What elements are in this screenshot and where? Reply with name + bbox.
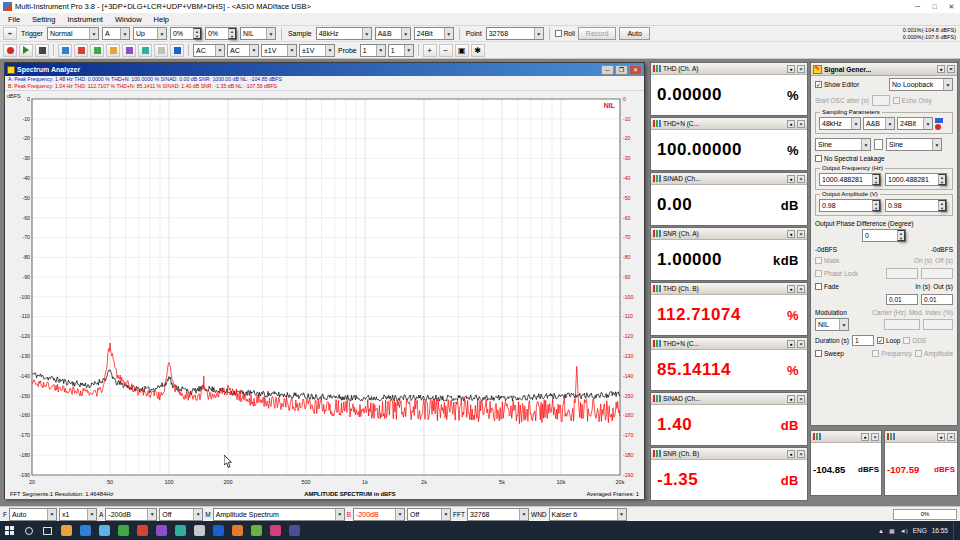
taskbar-app-icon-9[interactable] <box>209 521 228 540</box>
data-logger-icon[interactable] <box>138 44 152 57</box>
settings-icon[interactable]: ✱ <box>471 44 485 57</box>
spectrum-plot[interactable]: 00-10-10-20-20-30-30-40-40-50-50-60-60-7… <box>5 91 644 489</box>
network-icon[interactable]: ▦ <box>889 527 895 534</box>
clock[interactable]: 16:55 <box>932 527 948 534</box>
language-indicator[interactable]: ENG <box>913 527 927 534</box>
menu-instrument[interactable]: Instrument <box>61 14 108 25</box>
close-icon[interactable]: × <box>947 433 955 441</box>
fft-size-select[interactable]: 32768▼ <box>467 508 529 521</box>
close-icon[interactable]: × <box>797 285 805 293</box>
pin-icon[interactable]: ● <box>787 395 795 403</box>
start-button[interactable] <box>0 521 19 540</box>
frequency-b-stepper[interactable]: 1000.488281▲▼ <box>885 173 947 186</box>
show-desktop-button[interactable] <box>953 521 956 540</box>
meter-titlebar[interactable]: SNR (Ch. B)●× <box>651 448 807 460</box>
close-icon[interactable]: × <box>797 395 805 403</box>
menu-help[interactable]: Help <box>148 14 175 25</box>
trigger-edge-select[interactable]: Up▼ <box>133 27 167 40</box>
mask-off-input[interactable] <box>921 268 953 279</box>
save-icon[interactable] <box>935 118 943 123</box>
search-icon[interactable] <box>19 521 38 540</box>
fade-checkbox[interactable]: Fade <box>815 283 839 290</box>
stop-icon[interactable] <box>35 44 49 57</box>
pin-icon[interactable]: ● <box>787 120 795 128</box>
device-test-plan-icon[interactable] <box>170 44 184 57</box>
record-icon[interactable] <box>3 44 17 57</box>
close-icon[interactable]: × <box>797 175 805 183</box>
amplitude-b-stepper[interactable]: 0.98▲▼ <box>885 199 947 212</box>
loopback-select[interactable]: No Loopback▼ <box>889 78 953 91</box>
frequency-mode-select[interactable]: Auto▼ <box>9 508 57 521</box>
mask-on-input[interactable] <box>886 268 918 279</box>
wave-link-button[interactable] <box>874 139 883 150</box>
tray-chevron-icon[interactable]: ▲ <box>878 528 884 534</box>
pin-icon[interactable]: ● <box>937 433 945 441</box>
taskbar-app-icon-10[interactable] <box>228 521 247 540</box>
taskbar-app-icon-2[interactable] <box>76 521 95 540</box>
pin-icon[interactable]: ● <box>787 340 795 348</box>
close-icon[interactable]: × <box>797 65 805 73</box>
start-osc-input[interactable] <box>872 95 890 106</box>
zoom-select[interactable]: x1▼ <box>59 508 97 521</box>
pin-icon[interactable]: ● <box>787 285 795 293</box>
sweep-frequency-checkbox[interactable]: Frequency <box>872 350 912 357</box>
pin-icon[interactable]: ● <box>787 175 795 183</box>
menu-setting[interactable]: Setting <box>26 14 61 25</box>
fade-out-input[interactable]: 0.01 <box>921 294 953 305</box>
signal-generator-icon[interactable] <box>106 44 120 57</box>
pin-icon[interactable]: ● <box>787 450 795 458</box>
sweep-checkbox[interactable]: Sweep <box>815 350 844 357</box>
taskbar-app-icon-5[interactable] <box>133 521 152 540</box>
meter-titlebar[interactable]: THD+N (C...●× <box>651 338 807 350</box>
camera-icon[interactable]: ▣ <box>455 44 469 57</box>
sample-rate-select[interactable]: 48kHz▼ <box>316 27 372 40</box>
taskbar-app-icon-4[interactable] <box>114 521 133 540</box>
b-range-select[interactable]: -200dB▼ <box>353 508 405 521</box>
close-icon[interactable]: × <box>871 433 879 441</box>
gen-channel-select[interactable]: A&B▼ <box>863 117 895 130</box>
trigger-mode-select[interactable]: Normal▼ <box>47 27 99 40</box>
trigger-source-select[interactable]: A▼ <box>102 27 130 40</box>
pin-icon[interactable]: ● <box>937 65 945 73</box>
b-mode-select[interactable]: Off▼ <box>407 508 451 521</box>
range-b-select[interactable]: ±1V▼ <box>299 44 335 57</box>
carrier-input[interactable] <box>884 319 920 330</box>
channel-select[interactable]: A&B▼ <box>375 27 411 40</box>
pin-icon[interactable]: ● <box>787 230 795 238</box>
sweep-amplitude-checkbox[interactable]: Amplitude <box>915 350 953 357</box>
waveform-b-select[interactable]: Sine▼ <box>886 138 942 151</box>
trigger-delay-stepper[interactable]: 0%▲▼ <box>205 27 237 40</box>
close-icon[interactable]: × <box>947 65 955 73</box>
pin-icon[interactable]: ● <box>861 433 869 441</box>
view-type-select[interactable]: Amplitude Spectrum▼ <box>213 508 345 521</box>
probe-b-select[interactable]: 1▼ <box>388 44 414 57</box>
taskbar-app-icon-7[interactable] <box>171 521 190 540</box>
multimeter-icon[interactable] <box>90 44 104 57</box>
trigger-level-stepper[interactable]: 0%▲▼ <box>170 27 202 40</box>
window-function-select[interactable]: Kaiser 6▼ <box>549 508 627 521</box>
menu-window[interactable]: Window <box>109 14 148 25</box>
taskbar-app-icon-1[interactable] <box>57 521 76 540</box>
meter-titlebar[interactable]: SINAD (Ch...●× <box>651 173 807 185</box>
record-button[interactable]: Record <box>578 27 617 40</box>
spectrum-window-titlebar[interactable]: Spectrum Analyzer ─ ❐ ✕ <box>5 63 644 76</box>
window-minimize-icon[interactable]: ─ <box>601 65 614 75</box>
signal-generator-titlebar[interactable]: Signal Gener... ● × <box>811 63 957 76</box>
close-icon[interactable]: × <box>797 340 805 348</box>
meter-titlebar[interactable]: ●× <box>811 431 881 443</box>
meter-titlebar[interactable]: THD (Ch. A)●× <box>651 63 807 75</box>
phase-lock-checkbox[interactable]: Phase Lock <box>815 270 858 277</box>
phase-stepper[interactable]: 0▲▼ <box>862 229 906 242</box>
play-icon[interactable] <box>19 44 33 57</box>
amplitude-a-stepper[interactable]: 0.98▲▼ <box>819 199 881 212</box>
taskbar-app-icon-3[interactable] <box>95 521 114 540</box>
probe-a-select[interactable]: 1▼ <box>360 44 386 57</box>
mask-checkbox[interactable]: Mask <box>815 257 840 264</box>
meter-titlebar[interactable]: THD+N (C...●× <box>651 118 807 130</box>
echo-only-checkbox[interactable]: Echo Only <box>893 97 932 104</box>
spectrum-analyzer-icon[interactable] <box>74 44 88 57</box>
window-close-icon[interactable]: ✕ <box>629 65 642 75</box>
auto-button[interactable]: Auto <box>619 27 649 40</box>
close-icon[interactable]: × <box>797 450 805 458</box>
taskbar-app-icon-11[interactable] <box>247 521 266 540</box>
